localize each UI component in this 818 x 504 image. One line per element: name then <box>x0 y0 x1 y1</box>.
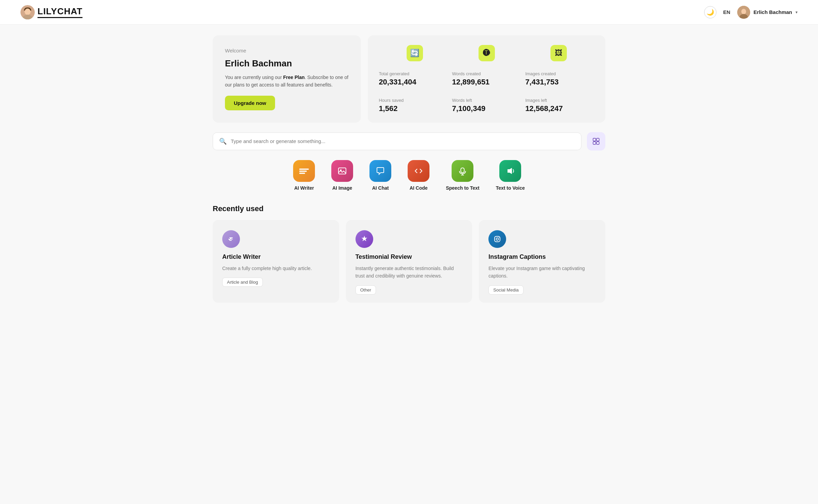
chevron-down-icon: ▾ <box>796 10 798 15</box>
tool-label-ai-image: AI Image <box>332 185 352 191</box>
total-generated-stat: Total generated 20,331,404 <box>379 71 448 91</box>
recently-used-title: Recently used <box>213 204 605 213</box>
logo-text: LILYCHAT <box>37 6 82 18</box>
recently-used-cards: Article Writer Create a fully complete h… <box>213 220 605 303</box>
svg-point-5 <box>741 9 746 14</box>
tool-ai-code[interactable]: AI Code <box>408 160 429 191</box>
tool-label-ai-chat: AI Chat <box>372 185 389 191</box>
feature-card-title-testimonial-review: Testimonial Review <box>355 253 463 261</box>
total-generated-value: 20,331,404 <box>379 78 448 86</box>
feature-card-tag-testimonial-review[interactable]: Other <box>355 285 376 295</box>
feature-card-desc-article-writer: Create a fully complete high quality art… <box>222 265 330 272</box>
svg-rect-13 <box>299 173 305 174</box>
svg-point-24 <box>496 238 499 240</box>
words-created-stat: Words created 12,899,651 <box>452 71 521 91</box>
search-input[interactable] <box>231 138 575 144</box>
tool-label-ai-code: AI Code <box>410 185 428 191</box>
feature-card-title-article-writer: Article Writer <box>222 253 330 261</box>
upgrade-button[interactable]: Upgrade now <box>225 96 275 110</box>
feature-card-tag-instagram-captions[interactable]: Social Media <box>488 285 523 295</box>
stats-card: 🔄 🅣 🖼 Total generated 20,331,404 Words c… <box>368 35 605 123</box>
grid-view-button[interactable] <box>587 132 605 151</box>
feature-card-tag-article-writer[interactable]: Article and Blog <box>222 278 263 287</box>
images-left-stat: Images left 12,568,247 <box>525 98 594 113</box>
hours-saved-stat: Hours saved 1,562 <box>379 98 448 113</box>
images-left-label: Images left <box>525 98 594 103</box>
feature-card-instagram-captions[interactable]: Instagram Captions Elevate your Instagra… <box>479 220 605 303</box>
logo-avatar <box>20 5 35 19</box>
search-icon: 🔍 <box>219 138 227 145</box>
feature-card-article-writer[interactable]: Article Writer Create a fully complete h… <box>213 220 339 303</box>
svg-point-25 <box>499 237 499 238</box>
images-icon: 🖼 <box>550 45 567 61</box>
svg-rect-10 <box>596 142 599 144</box>
tool-icon-speech-to-text <box>452 160 473 182</box>
tools-row: AI Writer AI Image AI Chat AI Code Speec… <box>213 160 605 191</box>
words-left-value: 7,100,349 <box>452 104 521 113</box>
welcome-name: Erlich Bachman <box>225 58 349 69</box>
tool-ai-chat[interactable]: AI Chat <box>369 160 391 191</box>
images-created-value: 7,431,753 <box>525 78 594 86</box>
total-generated-icon: 🔄 <box>407 45 423 61</box>
svg-rect-9 <box>593 142 596 144</box>
hours-saved-label: Hours saved <box>379 98 448 103</box>
dark-mode-button[interactable]: 🌙 <box>704 6 716 18</box>
svg-marker-18 <box>508 168 512 174</box>
tool-ai-image[interactable]: AI Image <box>331 160 353 191</box>
feature-card-icon-article-writer <box>222 230 240 248</box>
welcome-desc-plain: You are currently using our <box>225 75 283 80</box>
top-row: Welcome Erlich Bachman You are currently… <box>213 35 605 123</box>
search-box: 🔍 <box>213 132 581 150</box>
words-left-label: Words left <box>452 98 521 103</box>
svg-rect-7 <box>593 138 596 141</box>
words-created-label: Words created <box>452 71 521 76</box>
total-generated-label: Total generated <box>379 71 448 76</box>
images-created-label: Images created <box>525 71 594 76</box>
tool-speech-to-text[interactable]: Speech to Text <box>446 160 480 191</box>
header-right: 🌙 EN Erlich Bachman ▾ <box>704 6 798 19</box>
tool-icon-ai-writer <box>293 160 315 182</box>
tool-label-ai-writer: AI Writer <box>294 185 314 191</box>
images-left-value: 12,568,247 <box>525 104 594 113</box>
feature-card-desc-testimonial-review: Instantly generate authentic testimonial… <box>355 265 463 280</box>
svg-rect-11 <box>299 169 309 170</box>
header: LILYCHAT 🌙 EN Erlich Bachman ▾ <box>0 0 818 25</box>
words-icon: 🅣 <box>479 45 495 61</box>
svg-rect-14 <box>338 168 346 174</box>
search-row: 🔍 <box>213 132 605 151</box>
tool-label-text-to-voice: Text to Voice <box>496 185 525 191</box>
user-name: Erlich Bachman <box>754 9 792 15</box>
tool-icon-ai-chat <box>369 160 391 182</box>
words-created-value: 12,899,651 <box>452 78 521 86</box>
svg-point-3 <box>25 9 30 14</box>
hours-saved-value: 1,562 <box>379 104 448 113</box>
main-content: Welcome Erlich Bachman You are currently… <box>204 25 614 314</box>
welcome-desc: You are currently using our Free Plan. S… <box>225 74 349 89</box>
tool-label-speech-to-text: Speech to Text <box>446 185 480 191</box>
tool-ai-writer[interactable]: AI Writer <box>293 160 315 191</box>
feature-card-title-instagram-captions: Instagram Captions <box>488 253 596 261</box>
logo[interactable]: LILYCHAT <box>20 5 82 19</box>
user-avatar <box>737 6 750 19</box>
images-created-stat: Images created 7,431,753 <box>525 71 594 91</box>
feature-card-testimonial-review[interactable]: Testimonial Review Instantly generate au… <box>346 220 472 303</box>
feature-card-icon-testimonial-review <box>355 230 373 248</box>
tool-text-to-voice[interactable]: Text to Voice <box>496 160 525 191</box>
tool-icon-text-to-voice <box>499 160 521 182</box>
words-left-stat: Words left 7,100,349 <box>452 98 521 113</box>
svg-rect-12 <box>299 171 307 172</box>
tool-icon-ai-code <box>408 160 429 182</box>
tool-icon-ai-image <box>331 160 353 182</box>
feature-card-icon-instagram-captions <box>488 230 506 248</box>
language-button[interactable]: EN <box>723 9 730 15</box>
grid-icon <box>592 137 600 145</box>
user-menu-button[interactable]: Erlich Bachman ▾ <box>737 6 798 19</box>
welcome-label: Welcome <box>225 48 349 53</box>
welcome-card: Welcome Erlich Bachman You are currently… <box>213 35 361 123</box>
welcome-plan-bold: Free Plan <box>283 75 305 80</box>
feature-card-desc-instagram-captions: Elevate your Instagram game with captiva… <box>488 265 596 280</box>
svg-rect-8 <box>596 138 599 141</box>
